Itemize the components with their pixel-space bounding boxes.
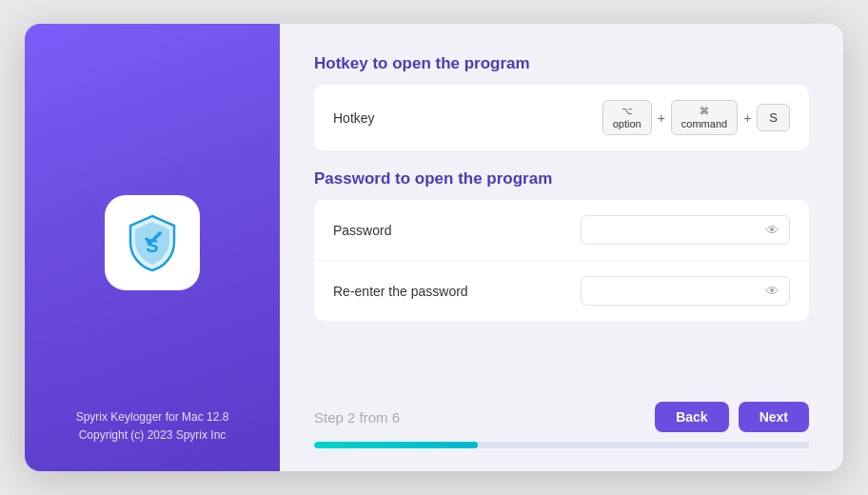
- main-window: S Spyrix Keylogger for Mac 12.8 Copyrigh…: [25, 24, 843, 471]
- footer: Step 2 from 6 Back Next: [314, 402, 809, 448]
- hotkey-row: Hotkey ⌥ option + ⌘ command + S: [314, 85, 809, 150]
- plus-1: +: [658, 110, 665, 126]
- svg-text:S: S: [146, 235, 158, 256]
- password-input-group: 👁: [581, 215, 790, 245]
- hotkey-section-title: Hotkey to open the program: [314, 54, 809, 73]
- hotkey-card: Hotkey ⌥ option + ⌘ command + S: [314, 85, 809, 150]
- password-row: Password 👁: [314, 200, 809, 261]
- hotkey-group: ⌥ option + ⌘ command + S: [602, 100, 790, 135]
- password-card: Password 👁 Re-enter the password 👁: [314, 200, 809, 321]
- eye-icon-password[interactable]: 👁: [765, 222, 779, 238]
- s-key: S: [757, 104, 790, 131]
- password-input[interactable]: [591, 223, 762, 237]
- hotkey-label: Hotkey: [333, 110, 523, 126]
- sidebar-footer: Spyrix Keylogger for Mac 12.8 Copyright …: [76, 408, 229, 445]
- command-key: ⌘ command: [671, 100, 738, 135]
- reenter-password-input[interactable]: [591, 284, 762, 298]
- logo-wrapper: S: [105, 195, 200, 290]
- hotkey-value: ⌥ option + ⌘ command + S: [523, 100, 790, 135]
- reenter-field-wrapper: 👁: [523, 276, 790, 306]
- password-label: Password: [333, 223, 523, 238]
- back-button[interactable]: Back: [655, 402, 728, 432]
- password-section-title: Password to open the program: [314, 169, 809, 188]
- app-logo: S: [122, 212, 183, 273]
- step-indicator: Step 2 from 6: [314, 409, 400, 426]
- main-content: Hotkey to open the program Hotkey ⌥ opti…: [280, 24, 843, 471]
- reenter-input-group: 👁: [581, 276, 790, 306]
- footer-row: Step 2 from 6 Back Next: [314, 402, 809, 432]
- plus-2: +: [743, 110, 751, 126]
- eye-icon-reenter[interactable]: 👁: [765, 283, 779, 299]
- sidebar: S Spyrix Keylogger for Mac 12.8 Copyrigh…: [25, 24, 280, 471]
- next-button[interactable]: Next: [739, 402, 809, 432]
- option-key: ⌥ option: [602, 100, 652, 135]
- progress-bar-fill: [314, 442, 478, 448]
- reenter-password-row: Re-enter the password 👁: [314, 261, 809, 321]
- button-group: Back Next: [655, 402, 809, 432]
- progress-bar-background: [314, 442, 809, 448]
- password-field-wrapper: 👁: [523, 215, 790, 245]
- reenter-password-label: Re-enter the password: [333, 284, 523, 299]
